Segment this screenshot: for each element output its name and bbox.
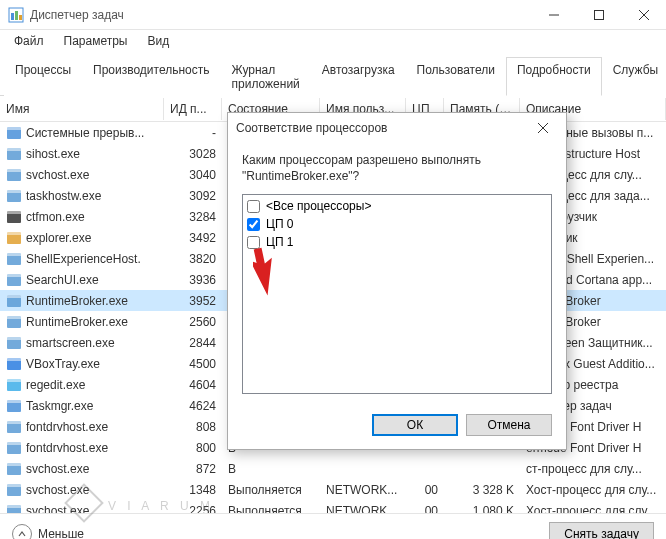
cell-mem: 1 080 K	[444, 502, 520, 515]
cpu-list: <Все процессоры> ЦП 0 ЦП 1	[242, 194, 552, 394]
cell-name: svchost.exe	[0, 480, 164, 500]
cell-desc: Хост-процесс для слу...	[520, 502, 666, 515]
dialog-titlebar[interactable]: Соответствие процессоров	[228, 113, 566, 143]
svg-rect-25	[7, 295, 21, 298]
cell-mem: 3 328 K	[444, 481, 520, 499]
table-row[interactable]: svchost.exe1348ВыполняетсяNETWORK...003 …	[0, 479, 666, 500]
tab-app-history[interactable]: Журнал приложений	[221, 57, 311, 96]
cell-name: Taskmgr.exe	[0, 396, 164, 416]
cell-pid: 808	[164, 418, 222, 436]
cell-pid: 2560	[164, 313, 222, 331]
dialog-title: Соответствие процессоров	[236, 121, 528, 135]
cpu-item-1[interactable]: ЦП 1	[245, 233, 549, 251]
cell-desc: ст-процесс для слу...	[520, 460, 666, 478]
cell-pid: 3820	[164, 250, 222, 268]
cell-name: fontdrvhost.exe	[0, 438, 164, 458]
svg-rect-31	[7, 358, 21, 361]
col-pid[interactable]: ИД п...	[164, 98, 222, 120]
svg-rect-29	[7, 337, 21, 340]
tab-users[interactable]: Пользователи	[406, 57, 506, 96]
cell-name: SearchUI.exe	[0, 270, 164, 290]
dialog-close-button[interactable]	[528, 114, 558, 142]
svg-rect-3	[19, 15, 22, 20]
svg-rect-15	[7, 190, 21, 193]
cell-pid: 3092	[164, 187, 222, 205]
cell-name: ShellExperienceHost.	[0, 249, 164, 269]
close-button[interactable]	[621, 0, 666, 30]
table-row[interactable]: svchost.exe872Вст-процесс для слу...	[0, 458, 666, 479]
cell-pid: 4500	[164, 355, 222, 373]
menu-options[interactable]: Параметры	[56, 32, 136, 50]
cell-cpu	[406, 467, 444, 471]
menu-view[interactable]: Вид	[139, 32, 177, 50]
tab-details[interactable]: Подробности	[506, 57, 602, 96]
dialog-question: Каким процессорам разрешено выполнять "R…	[242, 153, 552, 184]
svg-rect-39	[7, 442, 21, 445]
tab-processes[interactable]: Процессы	[4, 57, 82, 96]
menubar: Файл Параметры Вид	[0, 30, 666, 52]
cell-state: В	[222, 460, 320, 478]
cell-name: fontdrvhost.exe	[0, 417, 164, 437]
cell-pid: 2256	[164, 502, 222, 515]
cell-cpu: 00	[406, 481, 444, 499]
svg-rect-11	[7, 148, 21, 151]
cell-user	[320, 467, 406, 471]
cell-pid: -	[164, 124, 222, 142]
cell-name: smartscreen.exe	[0, 333, 164, 353]
taskmanager-icon	[8, 7, 24, 23]
menu-file[interactable]: Файл	[6, 32, 52, 50]
cell-name: Системные прерыв...	[0, 123, 164, 143]
cell-pid: 2844	[164, 334, 222, 352]
end-task-button[interactable]: Снять задачу	[549, 522, 654, 539]
tab-startup[interactable]: Автозагрузка	[311, 57, 406, 96]
fewer-details-button[interactable]: Меньше	[12, 524, 84, 539]
cell-name: regedit.exe	[0, 375, 164, 395]
minimize-button[interactable]	[531, 0, 576, 30]
cell-name: svchost.exe	[0, 459, 164, 479]
cell-name: svchost.exe	[0, 501, 164, 515]
tab-performance[interactable]: Производительность	[82, 57, 220, 96]
cell-cpu: 00	[406, 502, 444, 515]
cpu-checkbox-1[interactable]	[247, 236, 260, 249]
cell-pid: 3492	[164, 229, 222, 247]
cell-pid: 3028	[164, 145, 222, 163]
cpu-item-0[interactable]: ЦП 0	[245, 215, 549, 233]
cell-pid: 800	[164, 439, 222, 457]
cell-mem	[444, 467, 520, 471]
tab-services[interactable]: Службы	[602, 57, 666, 96]
cell-name: explorer.exe	[0, 228, 164, 248]
cell-pid: 1348	[164, 481, 222, 499]
svg-rect-1	[11, 13, 14, 20]
svg-rect-19	[7, 232, 21, 235]
cell-name: svchost.exe	[0, 165, 164, 185]
col-name[interactable]: Имя	[0, 98, 164, 120]
cell-state: Выполняется	[222, 481, 320, 499]
fewer-details-label: Меньше	[38, 527, 84, 539]
maximize-button[interactable]	[576, 0, 621, 30]
cell-desc: Хост-процесс для слу...	[520, 481, 666, 499]
cell-name: RuntimeBroker.exe	[0, 312, 164, 332]
svg-rect-27	[7, 316, 21, 319]
svg-rect-21	[7, 253, 21, 256]
cell-pid: 4624	[164, 397, 222, 415]
cell-pid: 3936	[164, 271, 222, 289]
table-row[interactable]: svchost.exe2256ВыполняетсяNETWORK...001 …	[0, 500, 666, 514]
svg-rect-35	[7, 400, 21, 403]
svg-rect-45	[7, 505, 21, 508]
cell-pid: 3952	[164, 292, 222, 310]
cell-state: Выполняется	[222, 502, 320, 515]
dialog-cancel-button[interactable]: Отмена	[466, 414, 552, 436]
cell-name: taskhostw.exe	[0, 186, 164, 206]
cell-pid: 3040	[164, 166, 222, 184]
cell-name: ctfmon.exe	[0, 207, 164, 227]
window-title: Диспетчер задач	[30, 8, 531, 22]
cell-name: VBoxTray.exe	[0, 354, 164, 374]
cpu-checkbox-all[interactable]	[247, 200, 260, 213]
cpu-checkbox-0[interactable]	[247, 218, 260, 231]
dialog-ok-button[interactable]: ОК	[372, 414, 458, 436]
svg-rect-13	[7, 169, 21, 172]
svg-rect-41	[7, 463, 21, 466]
cpu-item-all[interactable]: <Все процессоры>	[245, 197, 549, 215]
cell-name: RuntimeBroker.exe	[0, 291, 164, 311]
processor-affinity-dialog: Соответствие процессоров Каким процессор…	[227, 112, 567, 450]
